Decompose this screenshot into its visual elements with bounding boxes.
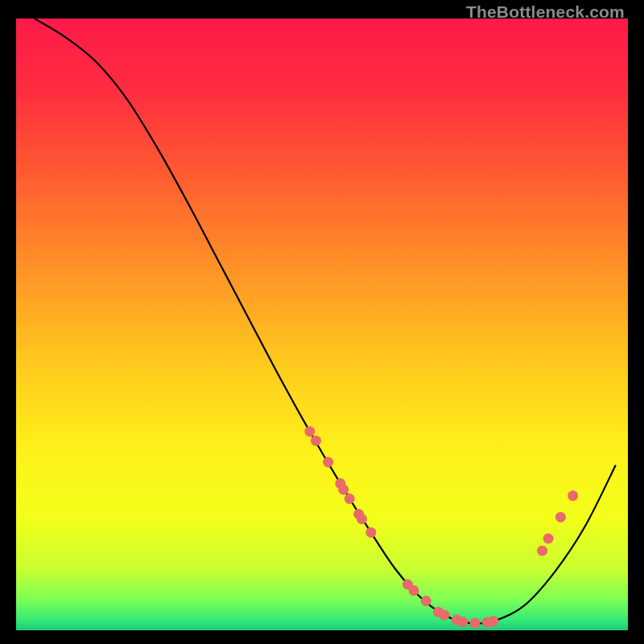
data-marker: [323, 457, 333, 468]
data-marker: [409, 585, 419, 596]
data-marker: [440, 610, 450, 621]
data-marker: [357, 514, 367, 524]
data-marker: [421, 596, 431, 606]
data-marker: [338, 485, 349, 495]
data-marker: [488, 616, 498, 626]
data-marker: [311, 436, 321, 446]
data-marker: [543, 534, 554, 544]
data-marker: [345, 493, 355, 504]
data-marker: [537, 546, 547, 556]
data-marker: [568, 490, 578, 501]
data-marker: [555, 512, 566, 522]
chart-frame: [16, 19, 628, 630]
data-marker: [457, 617, 468, 627]
data-marker: [304, 427, 315, 437]
chart-svg: [16, 19, 628, 630]
data-marker: [365, 527, 376, 538]
data-marker: [470, 617, 481, 628]
chart-background: [16, 19, 628, 630]
